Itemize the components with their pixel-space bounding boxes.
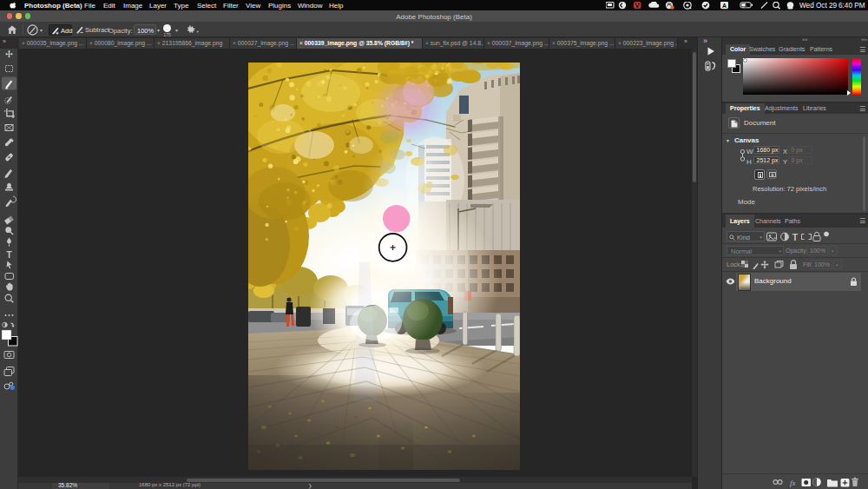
svg-text:fx: fx (790, 479, 796, 487)
svg-text:T: T (792, 232, 799, 242)
svg-text:A: A (722, 3, 727, 9)
svg-text:T: T (6, 250, 11, 260)
